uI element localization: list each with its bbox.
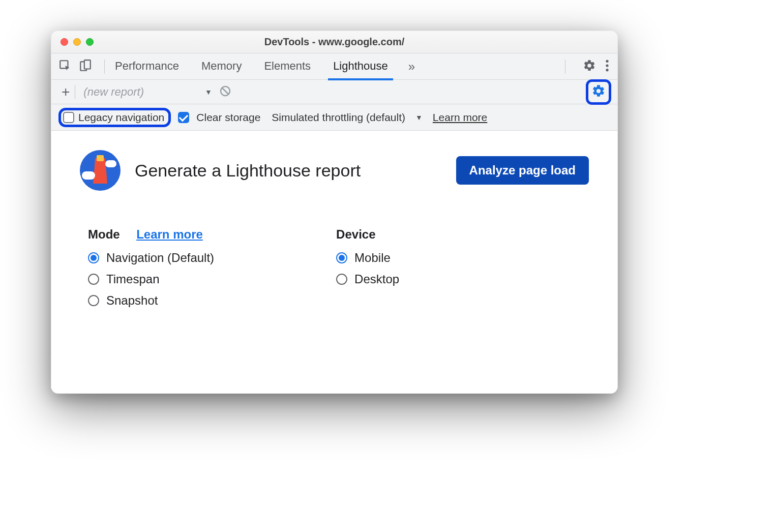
clear-icon[interactable] — [219, 85, 231, 99]
window-title: DevTools - www.google.com/ — [51, 36, 617, 48]
clear-storage-label: Clear storage — [196, 111, 260, 124]
devtools-tabbar: Performance Memory Elements Lighthouse » — [51, 53, 617, 80]
tab-memory[interactable]: Memory — [199, 54, 244, 79]
radio-icon — [336, 252, 347, 263]
legacy-navigation-label: Legacy navigation — [78, 111, 164, 124]
device-toggle-icon[interactable] — [79, 59, 92, 74]
titlebar: DevTools - www.google.com/ — [51, 31, 617, 53]
mode-section: Mode Learn more Navigation (Default) Tim… — [80, 227, 214, 308]
lighthouse-subbar: + (new report) ▼ — [51, 80, 617, 104]
device-section: Device Mobile Desktop — [336, 227, 399, 308]
mode-option-label: Timespan — [106, 272, 159, 286]
radio-icon — [88, 295, 99, 306]
device-option-mobile[interactable]: Mobile — [336, 251, 399, 265]
lighthouse-main: Generate a Lighthouse report Analyze pag… — [51, 131, 617, 323]
lighthouse-settings-bar: Legacy navigation Clear storage Simulate… — [51, 104, 617, 131]
legacy-navigation-highlight: Legacy navigation — [58, 108, 171, 127]
divider — [104, 60, 105, 74]
throttling-dropdown-icon[interactable]: ▼ — [412, 113, 426, 122]
settings-learn-more-link[interactable]: Learn more — [433, 111, 487, 124]
report-dropdown-icon[interactable]: ▼ — [144, 88, 219, 96]
divider — [565, 60, 565, 74]
radio-icon — [336, 274, 347, 285]
hero-row: Generate a Lighthouse report Analyze pag… — [80, 150, 589, 191]
more-menu-icon[interactable] — [605, 59, 609, 74]
throttling-label: Simulated throttling (default) — [272, 111, 405, 124]
clear-storage-checkbox[interactable] — [178, 112, 189, 123]
mode-option-snapshot[interactable]: Snapshot — [88, 293, 214, 308]
mode-option-label: Snapshot — [106, 293, 158, 308]
settings-gear-icon[interactable] — [583, 59, 596, 74]
device-option-desktop[interactable]: Desktop — [336, 272, 399, 286]
page-title: Generate a Lighthouse report — [135, 161, 361, 181]
svg-line-7 — [222, 88, 228, 94]
lighthouse-logo-icon — [80, 150, 121, 191]
divider — [75, 85, 75, 99]
mode-heading: Mode — [88, 227, 120, 242]
report-name[interactable]: (new report) — [78, 85, 144, 99]
new-report-button[interactable]: + — [56, 84, 75, 100]
device-option-label: Desktop — [354, 272, 399, 286]
tab-lighthouse[interactable]: Lighthouse — [331, 54, 390, 79]
mode-option-label: Navigation (Default) — [106, 251, 214, 265]
svg-point-5 — [606, 69, 608, 71]
svg-point-4 — [606, 64, 608, 67]
more-tabs-icon[interactable]: » — [408, 60, 415, 74]
tab-performance[interactable]: Performance — [113, 54, 181, 79]
lighthouse-settings-highlight — [586, 79, 611, 105]
device-option-label: Mobile — [354, 251, 391, 265]
radio-icon — [88, 252, 99, 263]
lighthouse-settings-gear-icon[interactable] — [591, 84, 606, 100]
mode-learn-more-link[interactable]: Learn more — [136, 227, 203, 241]
svg-rect-2 — [84, 60, 91, 69]
analyze-page-load-button[interactable]: Analyze page load — [456, 156, 589, 185]
svg-point-3 — [606, 60, 608, 62]
inspect-element-icon[interactable] — [58, 59, 72, 74]
legacy-navigation-checkbox[interactable] — [63, 112, 74, 123]
mode-option-navigation[interactable]: Navigation (Default) — [88, 251, 214, 265]
devtools-window: DevTools - www.google.com/ Performance M… — [51, 31, 618, 394]
radio-icon — [88, 274, 99, 285]
tab-elements[interactable]: Elements — [262, 54, 313, 79]
mode-option-timespan[interactable]: Timespan — [88, 272, 214, 286]
device-heading: Device — [336, 227, 375, 242]
